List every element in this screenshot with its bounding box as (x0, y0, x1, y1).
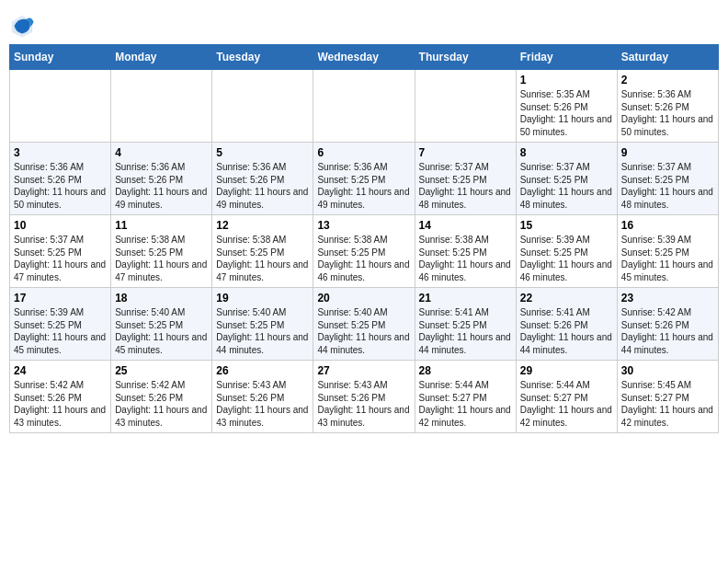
calendar-cell: 17Sunrise: 5:39 AMSunset: 5:25 PMDayligh… (10, 288, 111, 361)
day-info: Sunrise: 5:39 AMSunset: 5:25 PMDaylight:… (621, 234, 714, 283)
day-number: 8 (520, 146, 613, 159)
calendar-cell: 14Sunrise: 5:38 AMSunset: 5:25 PMDayligh… (415, 215, 516, 288)
day-info: Sunrise: 5:44 AMSunset: 5:27 PMDaylight:… (520, 379, 613, 429)
day-number: 26 (216, 364, 309, 377)
day-number: 7 (419, 146, 512, 159)
day-number: 20 (317, 292, 410, 304)
weekday-header-friday: Friday (516, 45, 617, 70)
calendar-cell (111, 70, 212, 143)
calendar-week-3: 10Sunrise: 5:37 AMSunset: 5:25 PMDayligh… (10, 215, 719, 288)
day-number: 12 (216, 219, 309, 232)
day-info: Sunrise: 5:42 AMSunset: 5:26 PMDaylight:… (14, 379, 107, 429)
day-number: 9 (621, 146, 714, 159)
day-number: 16 (621, 219, 714, 232)
calendar-cell: 15Sunrise: 5:39 AMSunset: 5:25 PMDayligh… (516, 215, 617, 288)
calendar-cell: 3Sunrise: 5:36 AMSunset: 5:26 PMDaylight… (10, 143, 111, 215)
calendar-cell: 28Sunrise: 5:44 AMSunset: 5:27 PMDayligh… (415, 361, 516, 433)
calendar-cell: 20Sunrise: 5:40 AMSunset: 5:25 PMDayligh… (313, 288, 415, 361)
weekday-header-monday: Monday (111, 45, 212, 70)
day-info: Sunrise: 5:38 AMSunset: 5:25 PMDaylight:… (317, 234, 410, 283)
day-info: Sunrise: 5:40 AMSunset: 5:25 PMDaylight:… (115, 306, 208, 356)
day-number: 10 (14, 219, 107, 232)
weekday-header-thursday: Thursday (415, 45, 516, 70)
day-number: 18 (115, 292, 208, 304)
calendar-header: SundayMondayTuesdayWednesdayThursdayFrid… (10, 45, 719, 70)
day-number: 2 (621, 74, 714, 86)
calendar-cell: 8Sunrise: 5:37 AMSunset: 5:25 PMDaylight… (516, 143, 617, 215)
calendar-cell: 4Sunrise: 5:36 AMSunset: 5:26 PMDaylight… (111, 143, 212, 215)
calendar-cell: 11Sunrise: 5:38 AMSunset: 5:25 PMDayligh… (111, 215, 212, 288)
day-info: Sunrise: 5:44 AMSunset: 5:27 PMDaylight:… (419, 379, 512, 429)
calendar-cell: 7Sunrise: 5:37 AMSunset: 5:25 PMDaylight… (415, 143, 516, 215)
day-number: 13 (317, 219, 410, 232)
day-number: 30 (621, 364, 714, 377)
calendar-week-4: 17Sunrise: 5:39 AMSunset: 5:25 PMDayligh… (10, 288, 719, 361)
day-info: Sunrise: 5:36 AMSunset: 5:25 PMDaylight:… (317, 161, 410, 211)
calendar-cell: 2Sunrise: 5:36 AMSunset: 5:26 PMDaylight… (617, 70, 718, 143)
calendar-cell (415, 70, 516, 143)
calendar-cell (10, 70, 111, 143)
day-number: 15 (520, 219, 613, 232)
weekday-header-sunday: Sunday (10, 45, 111, 70)
calendar-cell (212, 70, 313, 143)
calendar-cell: 5Sunrise: 5:36 AMSunset: 5:26 PMDaylight… (212, 143, 313, 215)
day-number: 14 (419, 219, 512, 232)
weekday-header-saturday: Saturday (617, 45, 718, 70)
day-info: Sunrise: 5:39 AMSunset: 5:25 PMDaylight:… (520, 234, 613, 283)
calendar-cell: 29Sunrise: 5:44 AMSunset: 5:27 PMDayligh… (516, 361, 617, 433)
calendar-cell: 27Sunrise: 5:43 AMSunset: 5:26 PMDayligh… (313, 361, 415, 433)
calendar-cell: 6Sunrise: 5:36 AMSunset: 5:25 PMDaylight… (313, 143, 415, 215)
calendar-cell (313, 70, 415, 143)
day-number: 29 (520, 364, 613, 377)
day-info: Sunrise: 5:36 AMSunset: 5:26 PMDaylight:… (621, 88, 714, 138)
calendar-body: 1Sunrise: 5:35 AMSunset: 5:26 PMDaylight… (10, 70, 719, 433)
day-number: 28 (419, 364, 512, 377)
weekday-header-wednesday: Wednesday (313, 45, 415, 70)
calendar-table: SundayMondayTuesdayWednesdayThursdayFrid… (9, 44, 719, 433)
day-info: Sunrise: 5:40 AMSunset: 5:25 PMDaylight:… (216, 306, 309, 356)
day-info: Sunrise: 5:45 AMSunset: 5:27 PMDaylight:… (621, 379, 714, 429)
day-number: 21 (419, 292, 512, 304)
day-info: Sunrise: 5:43 AMSunset: 5:26 PMDaylight:… (317, 379, 410, 429)
day-info: Sunrise: 5:35 AMSunset: 5:26 PMDaylight:… (520, 88, 613, 138)
day-info: Sunrise: 5:36 AMSunset: 5:26 PMDaylight:… (115, 161, 208, 211)
day-info: Sunrise: 5:42 AMSunset: 5:26 PMDaylight:… (621, 306, 714, 356)
day-number: 11 (115, 219, 208, 232)
calendar-cell: 13Sunrise: 5:38 AMSunset: 5:25 PMDayligh… (313, 215, 415, 288)
day-info: Sunrise: 5:39 AMSunset: 5:25 PMDaylight:… (14, 306, 107, 356)
weekday-header-row: SundayMondayTuesdayWednesdayThursdayFrid… (10, 45, 719, 70)
day-number: 5 (216, 146, 309, 159)
calendar-cell: 12Sunrise: 5:38 AMSunset: 5:25 PMDayligh… (212, 215, 313, 288)
day-info: Sunrise: 5:37 AMSunset: 5:25 PMDaylight:… (621, 161, 714, 211)
logo (9, 13, 39, 39)
weekday-header-tuesday: Tuesday (212, 45, 313, 70)
day-number: 27 (317, 364, 410, 377)
day-info: Sunrise: 5:41 AMSunset: 5:25 PMDaylight:… (419, 306, 512, 356)
calendar-cell: 25Sunrise: 5:42 AMSunset: 5:26 PMDayligh… (111, 361, 212, 433)
calendar-week-1: 1Sunrise: 5:35 AMSunset: 5:26 PMDaylight… (10, 70, 719, 143)
calendar-cell: 9Sunrise: 5:37 AMSunset: 5:25 PMDaylight… (617, 143, 718, 215)
calendar-cell: 10Sunrise: 5:37 AMSunset: 5:25 PMDayligh… (10, 215, 111, 288)
day-info: Sunrise: 5:38 AMSunset: 5:25 PMDaylight:… (419, 234, 512, 283)
calendar-cell: 23Sunrise: 5:42 AMSunset: 5:26 PMDayligh… (617, 288, 718, 361)
calendar-cell: 21Sunrise: 5:41 AMSunset: 5:25 PMDayligh… (415, 288, 516, 361)
page-header (9, 9, 719, 39)
day-info: Sunrise: 5:38 AMSunset: 5:25 PMDaylight:… (216, 234, 309, 283)
day-info: Sunrise: 5:37 AMSunset: 5:25 PMDaylight:… (520, 161, 613, 211)
day-number: 23 (621, 292, 714, 304)
calendar-cell: 26Sunrise: 5:43 AMSunset: 5:26 PMDayligh… (212, 361, 313, 433)
day-number: 19 (216, 292, 309, 304)
calendar-week-5: 24Sunrise: 5:42 AMSunset: 5:26 PMDayligh… (10, 361, 719, 433)
day-info: Sunrise: 5:37 AMSunset: 5:25 PMDaylight:… (14, 234, 107, 283)
calendar-cell: 24Sunrise: 5:42 AMSunset: 5:26 PMDayligh… (10, 361, 111, 433)
day-number: 25 (115, 364, 208, 377)
day-info: Sunrise: 5:43 AMSunset: 5:26 PMDaylight:… (216, 379, 309, 429)
day-number: 4 (115, 146, 208, 159)
calendar-cell: 1Sunrise: 5:35 AMSunset: 5:26 PMDaylight… (516, 70, 617, 143)
day-number: 1 (520, 74, 613, 86)
day-info: Sunrise: 5:42 AMSunset: 5:26 PMDaylight:… (115, 379, 208, 429)
day-info: Sunrise: 5:38 AMSunset: 5:25 PMDaylight:… (115, 234, 208, 283)
day-info: Sunrise: 5:36 AMSunset: 5:26 PMDaylight:… (14, 161, 107, 211)
day-info: Sunrise: 5:37 AMSunset: 5:25 PMDaylight:… (419, 161, 512, 211)
day-info: Sunrise: 5:40 AMSunset: 5:25 PMDaylight:… (317, 306, 410, 356)
